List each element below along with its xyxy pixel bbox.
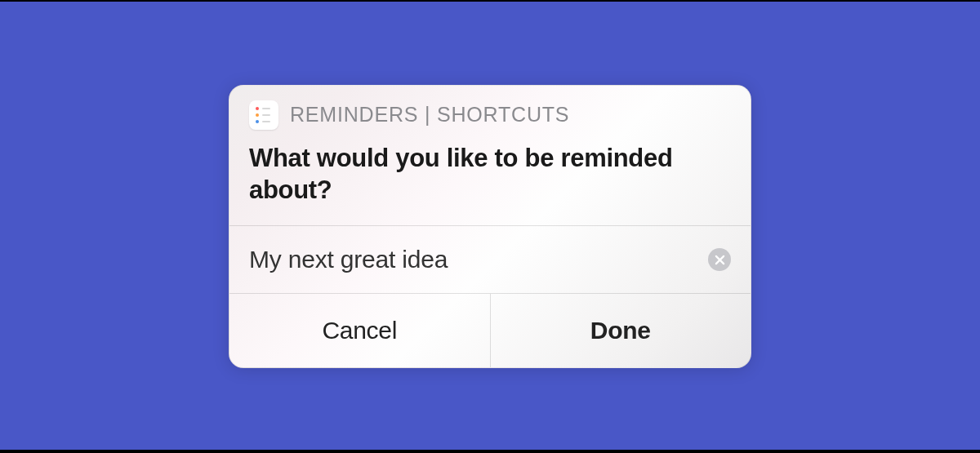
done-button[interactable]: Done [491,294,751,367]
clear-input-button[interactable] [708,248,731,271]
reminder-prompt-dialog: REMINDERS | SHORTCUTS What would you lik… [229,85,751,369]
dialog-header: REMINDERS | SHORTCUTS [229,86,751,135]
dialog-button-row: Cancel Done [229,294,751,367]
dialog-app-title: REMINDERS | SHORTCUTS [290,103,569,127]
reminder-input-row[interactable]: My next great idea [229,225,751,294]
reminders-app-icon [249,100,278,130]
close-icon [715,255,725,265]
reminder-input[interactable]: My next great idea [249,246,695,273]
dialog-prompt-text: What would you like to be reminded about… [229,135,751,226]
cancel-button[interactable]: Cancel [229,294,491,367]
